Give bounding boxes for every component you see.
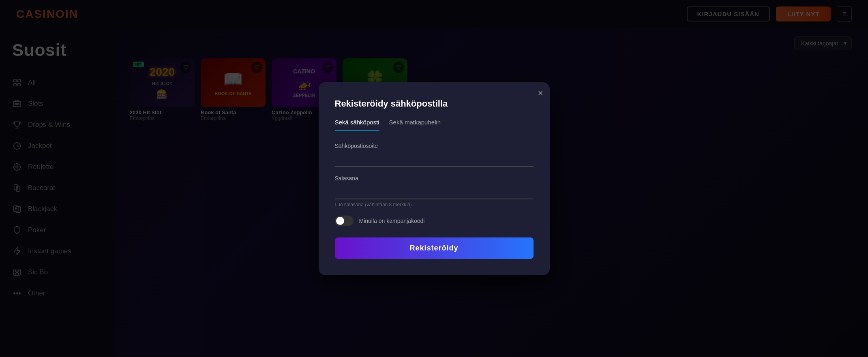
email-group: Sähköpostiosoite [335,143,534,167]
modal-tab-phone[interactable]: Sekä matkapuhelin [389,119,441,131]
registration-modal: × Rekisteröidy sähköpostilla Sekä sähköp… [319,82,550,275]
campaign-toggle-row: Minulla on kampanjakoodi [335,216,534,226]
modal-tab-email[interactable]: Sekä sähköposti [335,119,379,131]
email-input[interactable] [335,152,534,167]
modal-close-button[interactable]: × [538,89,543,98]
modal-title: Rekisteröidy sähköpostilla [335,98,534,109]
password-group: Salasana Luo salasana (vähintään 8 merkk… [335,175,534,207]
password-label: Salasana [335,175,534,182]
modal-tabs: Sekä sähköpostiSekä matkapuhelin [335,119,534,131]
campaign-toggle[interactable] [335,216,354,226]
campaign-label: Minulla on kampanjakoodi [359,218,425,224]
password-input[interactable] [335,185,534,199]
modal-overlay[interactable]: × Rekisteröidy sähköpostilla Sekä sähköp… [0,0,868,357]
email-label: Sähköpostiosoite [335,143,534,149]
submit-button[interactable]: Rekisteröidy [335,237,534,259]
registration-form: Sähköpostiosoite Salasana Luo salasana (… [335,143,534,259]
password-hint: Luo salasana (vähintään 8 merkkiä) [335,202,534,207]
